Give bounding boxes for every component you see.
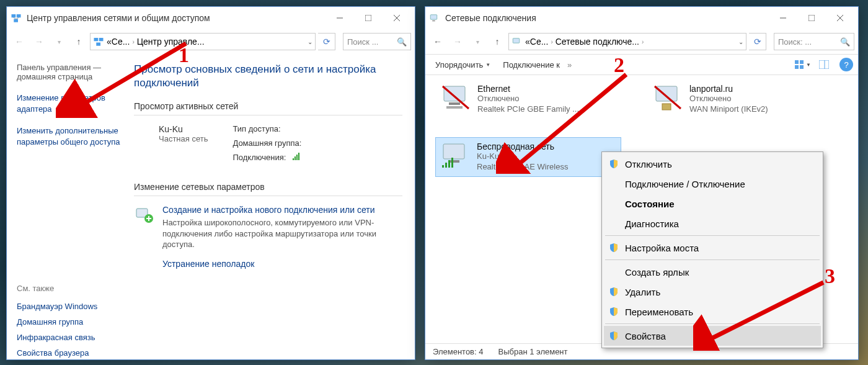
section-active-networks: Просмотр активных сетей	[134, 101, 402, 111]
context-item-label: Создать ярлык	[625, 267, 689, 277]
link-sharing-settings[interactable]: Изменить дополнительные параметры общего…	[17, 125, 124, 147]
window-network-center: Центр управления сетями и общим доступом…	[6, 6, 415, 360]
crumb-part[interactable]: Центр управле...	[137, 37, 205, 47]
link-adapter-settings[interactable]: Изменение параметров адаптера	[17, 92, 124, 114]
label-homegroup: Домашняя группа:	[232, 138, 301, 148]
search-input[interactable]: Поиск ... 🔍	[343, 33, 411, 50]
adapter-status: Отключено	[689, 94, 768, 104]
svg-rect-11	[96, 43, 100, 46]
close-button[interactable]	[383, 9, 411, 27]
svg-rect-34	[662, 104, 671, 110]
adapter-item-lanportal[interactable]: lanportal.ru Отключено WAN Miniport (IKE…	[649, 80, 835, 119]
crumb-part[interactable]: Се...	[530, 37, 549, 47]
context-item[interactable]: Диагностика	[604, 214, 821, 233]
context-item[interactable]: Удалить	[604, 282, 821, 302]
wireless-icon	[440, 142, 471, 169]
shield-icon	[609, 159, 619, 169]
adapter-status: Отключено	[477, 94, 579, 104]
context-separator	[605, 235, 820, 236]
up-button[interactable]: ↑	[489, 33, 506, 50]
command-bar: Упорядочить▼ Подключение к » ▼ ?	[425, 54, 858, 75]
network-center-icon	[11, 12, 22, 24]
svg-rect-24	[800, 60, 804, 64]
close-button[interactable]	[826, 9, 854, 27]
network-name: Ku-Ku	[159, 124, 208, 134]
maximize-button[interactable]	[354, 9, 383, 27]
svg-rect-36	[443, 144, 464, 159]
context-item[interactable]: Состояние	[604, 194, 821, 214]
annotation-number-3: 3	[825, 264, 835, 288]
svg-rect-6	[365, 15, 371, 21]
context-item-label: Свойства	[625, 331, 666, 341]
back-button[interactable]: ←	[11, 33, 28, 50]
svg-rect-41	[451, 158, 453, 168]
new-connection-icon	[134, 205, 154, 225]
svg-rect-40	[448, 160, 450, 168]
search-input[interactable]: Поиск: ... 🔍	[774, 33, 854, 50]
nav-bar: ← → ▾ ↑ « Се... › Центр управле... ⌄ ⟳ П…	[7, 29, 415, 54]
crumb-dropdown[interactable]: ⌄	[738, 38, 743, 45]
see-also-heading: См. также	[17, 284, 124, 293]
context-item[interactable]: Свойства	[604, 326, 821, 346]
context-item[interactable]: Отключить	[604, 154, 821, 174]
breadcrumb[interactable]: « Се... › Центр управле... ⌄	[90, 33, 316, 50]
help-button[interactable]: ?	[839, 58, 853, 71]
network-connections-icon	[512, 36, 523, 47]
context-item-label: Удалить	[625, 287, 660, 297]
connect-to-button[interactable]: Подключение к	[498, 59, 565, 71]
maximize-button[interactable]	[797, 9, 826, 27]
svg-line-4	[16, 17, 19, 19]
context-item[interactable]: Настройка моста	[604, 238, 821, 258]
refresh-button[interactable]: ⟳	[318, 33, 335, 50]
up-button[interactable]: ↑	[70, 33, 87, 50]
context-item[interactable]: Переименовать	[604, 302, 821, 322]
link-troubleshoot[interactable]: Устранение неполадок	[162, 259, 402, 269]
search-placeholder: Поиск ...	[347, 37, 378, 47]
forward-button[interactable]: →	[449, 33, 466, 50]
svg-rect-9	[94, 38, 99, 41]
organize-button[interactable]: Упорядочить▼	[430, 59, 495, 71]
context-item[interactable]: Создать ярлык	[604, 262, 821, 282]
shield-icon	[609, 243, 619, 253]
chevron-right-icon: ›	[132, 38, 134, 45]
context-item-label: Отключить	[625, 159, 672, 169]
new-connection-desc: Настройка широкополосного, коммутируемог…	[162, 217, 402, 250]
context-menu: ОтключитьПодключение / ОтключениеСостоян…	[601, 151, 823, 348]
link-firewall[interactable]: Брандмауэр Windows	[17, 302, 124, 311]
minimize-button[interactable]	[769, 9, 797, 27]
link-new-connection[interactable]: Создание и настройка нового подключения …	[162, 205, 402, 215]
link-browser-props[interactable]: Свойства браузера	[17, 348, 124, 358]
forward-button[interactable]: →	[30, 33, 48, 50]
context-item-label: Состояние	[625, 199, 675, 209]
adapter-device: Realtek 8821AE Wireless	[477, 162, 568, 173]
context-item[interactable]: Подключение / Отключение	[604, 174, 821, 194]
shield-icon	[609, 307, 619, 317]
breadcrumb[interactable]: « Се... › Сетевые подключе... › ⌄	[508, 33, 746, 50]
link-infrared[interactable]: Инфракрасная связь	[17, 333, 124, 342]
link-homegroup[interactable]: Домашняя группа	[17, 317, 124, 327]
sidebar-intro[interactable]: Панель управления — домашняя страница	[17, 63, 124, 81]
recent-dropdown[interactable]: ▾	[50, 33, 68, 50]
view-options-button[interactable]: ▼	[794, 56, 812, 73]
adapter-item-wireless[interactable]: Беспроводная сеть Ku-Ku Realtek 8821AE W…	[435, 137, 621, 177]
recent-dropdown[interactable]: ▾	[469, 33, 486, 50]
preview-pane-button[interactable]	[815, 56, 833, 73]
crumb-part[interactable]: Сетевые подключе...	[556, 37, 639, 47]
annotation-number-2: 2	[614, 53, 624, 77]
svg-rect-19	[808, 15, 815, 21]
minimize-button[interactable]	[326, 9, 354, 27]
search-placeholder: Поиск: ...	[778, 37, 812, 47]
svg-rect-39	[445, 163, 447, 168]
svg-rect-22	[513, 38, 520, 43]
svg-rect-10	[99, 38, 104, 41]
adapter-name: Ethernet	[477, 84, 579, 94]
crumb-dropdown[interactable]: ⌄	[308, 38, 312, 45]
adapter-status: Ku-Ku	[477, 151, 568, 162]
refresh-button[interactable]: ⟳	[749, 33, 766, 50]
main-pane: Просмотр основных сведений о сети и наст…	[134, 54, 415, 359]
back-button[interactable]: ←	[429, 33, 446, 50]
window-title: Центр управления сетями и общим доступом	[27, 13, 210, 23]
adapter-item-ethernet[interactable]: Ethernet Отключено Realtek PCIe GBE Fami…	[436, 80, 622, 119]
crumb-part[interactable]: Се...	[112, 37, 130, 47]
svg-rect-26	[800, 65, 804, 69]
